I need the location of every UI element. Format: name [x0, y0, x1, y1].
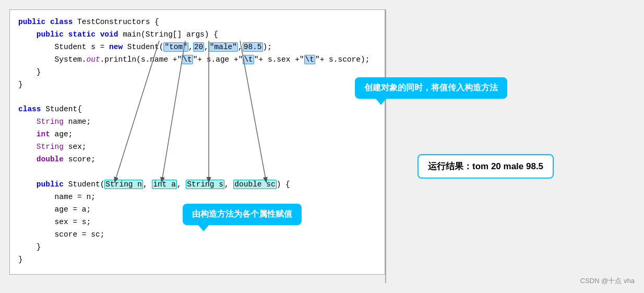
- callout-create-obj: 创建对象的同时，将值传入构造方法: [355, 77, 507, 99]
- divider-line: [385, 9, 386, 283]
- code-line-12: double score;: [18, 154, 376, 166]
- code-line-9: String name;: [18, 116, 376, 128]
- code-line-2: public static void main(String[] args) {: [18, 29, 376, 41]
- code-line-6: }: [18, 79, 376, 91]
- code-line-19: }: [18, 241, 376, 254]
- callout-result: 运行结果：tom 20 male 98.5: [418, 154, 554, 179]
- code-line-1: public class TestConstructors {: [18, 16, 376, 29]
- code-line-13: [18, 166, 376, 179]
- code-line-11: String sex;: [18, 141, 376, 154]
- code-line-14: public Student(String n, int a, String s…: [18, 179, 376, 191]
- code-line-3: Student s = new Student("tom",20,"male",…: [18, 41, 376, 54]
- callout-assign-props: 由构造方法为各个属性赋值: [183, 204, 302, 225]
- code-line-8: class Student{: [18, 103, 376, 116]
- code-line-20: }: [18, 254, 376, 266]
- watermark: CSDN @十点 vha: [580, 276, 635, 286]
- code-line-18: score = sc;: [18, 229, 376, 241]
- code-panel: public class TestConstructors { public s…: [9, 9, 385, 275]
- code-line-7: [18, 91, 376, 104]
- code-line-10: int age;: [18, 128, 376, 141]
- code-line-4: System.out.println(s.name +"\t"+ s.age +…: [18, 54, 376, 66]
- code-line-5: }: [18, 66, 376, 79]
- code-line-15: name = n;: [18, 191, 376, 204]
